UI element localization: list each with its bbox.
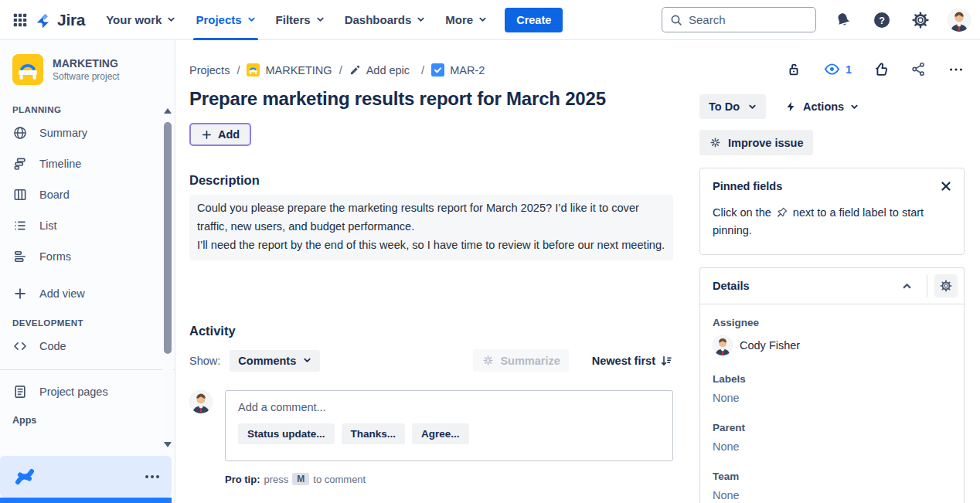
- quick-reply-thanks[interactable]: Thanks...: [342, 423, 406, 444]
- issue-toolbar: 1: [699, 60, 965, 78]
- activity-heading: Activity: [189, 324, 673, 338]
- lightning-icon: [784, 100, 797, 113]
- header-divider: [927, 275, 927, 297]
- sidebar-item-project-pages[interactable]: Project pages: [0, 376, 175, 407]
- comment-placeholder: Add a comment...: [238, 401, 660, 413]
- nav-more[interactable]: More: [435, 0, 497, 40]
- keyboard-key-m: M: [292, 473, 309, 485]
- pinned-fields-title: Pinned fields: [713, 180, 782, 192]
- jira-logo[interactable]: Jira: [34, 10, 85, 30]
- svg-text:?: ?: [879, 15, 885, 25]
- quick-reply-agree[interactable]: Agree...: [412, 423, 469, 444]
- share-icon[interactable]: [910, 61, 927, 77]
- nav-your-work[interactable]: Your work: [96, 0, 185, 40]
- confluence-banner[interactable]: [0, 456, 172, 498]
- comment-input[interactable]: Add a comment... Status update... Thanks…: [225, 390, 673, 461]
- quick-reply-status-update[interactable]: Status update...: [238, 423, 335, 444]
- field-team: Team None: [713, 471, 951, 501]
- sparkle-icon: [481, 354, 495, 367]
- plus-icon: [12, 286, 28, 301]
- create-button[interactable]: Create: [505, 8, 563, 32]
- details-panel: Details: [699, 267, 965, 503]
- thumbs-up-icon[interactable]: [873, 61, 890, 78]
- description-text[interactable]: Could you please prepare the marketing r…: [189, 195, 673, 260]
- list-icon: [12, 218, 28, 233]
- global-search[interactable]: [662, 7, 816, 32]
- details-fields: Assignee Cody Fisher Labels None Parent …: [700, 304, 964, 503]
- field-parent: Parent None: [713, 422, 951, 453]
- scroll-up-arrow[interactable]: [162, 105, 173, 116]
- chevron-down-icon: [417, 15, 425, 24]
- breadcrumb-add-epic[interactable]: Add epic: [349, 64, 410, 76]
- field-assignee: Assignee Cody Fisher: [713, 317, 951, 355]
- help-icon: ?: [873, 11, 891, 29]
- more-actions-icon[interactable]: [948, 61, 965, 78]
- confluence-banner-strip: [0, 498, 172, 503]
- breadcrumb-issue-key[interactable]: MAR-2: [431, 63, 485, 76]
- quick-replies: Status update... Thanks... Agree...: [238, 423, 660, 444]
- scrollbar-thumb[interactable]: [164, 122, 172, 354]
- project-sidebar: MARKETING Software project PLANNING Summ…: [0, 40, 175, 503]
- status-dropdown[interactable]: To Do: [699, 94, 766, 119]
- help-button[interactable]: ?: [870, 8, 893, 32]
- labels-value[interactable]: None: [713, 392, 951, 404]
- pinned-fields-panel: Pinned fields Click on the next to a fie…: [699, 168, 965, 255]
- search-input[interactable]: [689, 13, 808, 26]
- grid-icon: [12, 12, 29, 29]
- banner-more-button[interactable]: [145, 475, 159, 478]
- sort-order-button[interactable]: Newest first: [592, 354, 673, 368]
- sidebar-item-list[interactable]: List: [0, 210, 175, 241]
- breadcrumb-projects[interactable]: Projects: [189, 64, 230, 76]
- parent-value[interactable]: None: [713, 440, 951, 453]
- settings-button[interactable]: [909, 8, 932, 32]
- assignee-avatar: [713, 335, 733, 355]
- app-title: Jira: [57, 11, 85, 29]
- task-type-icon: [431, 63, 444, 76]
- current-user-avatar: [189, 390, 213, 413]
- comments-filter-dropdown[interactable]: Comments: [230, 350, 320, 372]
- eye-icon: [823, 60, 841, 78]
- activity-controls: Show: Comments Summarize Newest first: [189, 349, 673, 372]
- collapse-chevron-up-icon[interactable]: [894, 278, 920, 294]
- field-labels: Labels None: [713, 373, 951, 404]
- issue-main-panel: Projects / MARKETING / Add epic / MAR-2 …: [189, 40, 673, 485]
- chevron-down-icon: [748, 103, 757, 111]
- actions-dropdown[interactable]: Actions: [784, 100, 859, 113]
- user-avatar[interactable]: [948, 8, 971, 32]
- sidebar-scrollbar[interactable]: [162, 105, 173, 450]
- summarize-button[interactable]: Summarize: [473, 349, 568, 372]
- field-label: Assignee: [713, 317, 951, 328]
- watch-button[interactable]: 1: [823, 60, 852, 78]
- nav-dashboards[interactable]: Dashboards: [335, 0, 436, 40]
- add-button[interactable]: Add: [189, 123, 251, 146]
- sidebar-item-forms[interactable]: Forms: [0, 241, 175, 272]
- watchers-count: 1: [846, 63, 852, 76]
- description-paragraph: I’ll need the report by the end of this …: [197, 236, 665, 254]
- scroll-down-arrow[interactable]: [162, 439, 173, 450]
- close-icon[interactable]: [941, 181, 951, 192]
- breadcrumb-project[interactable]: MARKETING: [247, 63, 332, 76]
- project-header[interactable]: MARKETING Software project: [0, 40, 175, 96]
- nav-filters[interactable]: Filters: [266, 0, 335, 40]
- project-type: Software project: [53, 71, 120, 82]
- lock-icon[interactable]: [785, 61, 802, 78]
- improve-issue-button[interactable]: Improve issue: [699, 130, 813, 155]
- issue-title[interactable]: Prepare marketing results report for Mar…: [189, 88, 673, 110]
- apps-section-heading: Apps: [0, 407, 175, 429]
- sidebar-item-summary[interactable]: Summary: [0, 117, 175, 148]
- nav-projects[interactable]: Projects: [185, 0, 265, 40]
- sidebar-item-board[interactable]: Board: [0, 179, 175, 210]
- sidebar-item-code[interactable]: Code: [0, 331, 175, 362]
- assignee-value[interactable]: Cody Fisher: [713, 335, 951, 355]
- sparkle-icon: [709, 136, 722, 149]
- notifications-button[interactable]: [832, 8, 855, 32]
- details-title[interactable]: Details: [713, 280, 894, 292]
- pencil-icon: [349, 64, 361, 76]
- add-view-button[interactable]: Add view: [0, 278, 175, 309]
- document-icon: [12, 384, 28, 399]
- sidebar-item-timeline[interactable]: Timeline: [0, 148, 175, 179]
- chevron-down-icon: [316, 15, 325, 24]
- team-value[interactable]: None: [713, 489, 951, 501]
- app-switcher-button[interactable]: [8, 8, 32, 32]
- details-settings-button[interactable]: [934, 274, 958, 297]
